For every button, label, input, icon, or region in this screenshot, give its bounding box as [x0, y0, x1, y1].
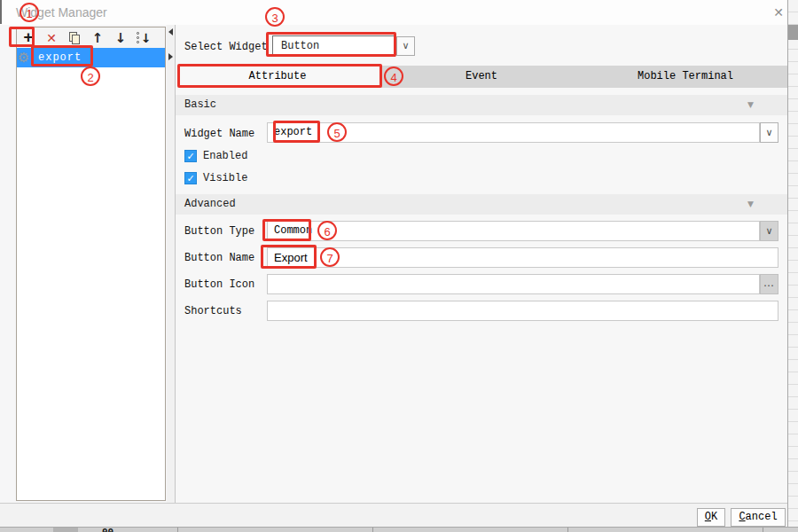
dialog-titlebar: Widget Manager ✕ — [0, 0, 787, 25]
button-type-combobox[interactable]: Common — [267, 221, 760, 241]
checkmark-icon: ✓ — [184, 150, 197, 162]
collapse-left-icon — [168, 28, 173, 35]
widget-name-dropdown-icon[interactable]: ∨ — [760, 122, 778, 143]
widget-name-input[interactable]: export — [267, 122, 760, 143]
enabled-label: Enabled — [203, 150, 247, 162]
plus-icon: + — [23, 29, 33, 47]
move-down-button[interactable]: ↓ — [109, 28, 132, 48]
list-item-export[interactable]: ⚙ export — [17, 48, 165, 67]
close-icon[interactable]: ✕ — [768, 2, 789, 23]
section-advanced-label: Advanced — [184, 198, 236, 210]
copy-icon — [69, 32, 81, 44]
background-row-label: 00 — [102, 527, 113, 532]
tabbar: Attribute Event Mobile Terminal — [176, 66, 787, 88]
button-name-label: Button Name — [184, 252, 254, 264]
collapse-triangle-icon: ▼ — [747, 194, 754, 215]
delete-x-icon: ✕ — [46, 31, 57, 45]
select-widget-combobox[interactable]: Button — [272, 35, 395, 57]
list-item-label: export — [38, 51, 82, 64]
arrow-down-icon: ↓ — [115, 30, 127, 46]
tab-event[interactable]: Event — [379, 66, 583, 88]
button-icon-label: Button Icon — [184, 278, 254, 291]
button-type-label: Button Type — [184, 225, 254, 238]
widget-name-label: Widget Name — [184, 128, 254, 140]
select-widget-dropdown-icon[interactable]: ∨ — [396, 36, 415, 56]
panel-splitter[interactable] — [167, 25, 175, 503]
tab-attribute[interactable]: Attribute — [176, 66, 379, 88]
enabled-checkbox[interactable]: ✓ Enabled — [184, 150, 247, 162]
section-basic[interactable]: Basic ▼ — [176, 95, 787, 115]
background-grid-right — [787, 0, 798, 532]
collapse-right-icon — [168, 53, 173, 60]
properties-panel: Select Widget Button ∨ Attribute Event M… — [175, 25, 787, 503]
button-type-dropdown-icon[interactable]: ∨ — [760, 221, 778, 241]
add-widget-button[interactable]: + — [17, 28, 40, 48]
background-grid-cell — [53, 528, 78, 532]
visible-checkbox[interactable]: ✓ Visible — [184, 172, 247, 184]
copy-widget-button[interactable] — [63, 28, 86, 48]
button-name-input[interactable]: Export — [267, 247, 778, 268]
sort-button[interactable]: ↓ — [132, 28, 155, 48]
section-advanced[interactable]: Advanced ▼ — [176, 194, 787, 215]
section-basic-label: Basic — [184, 98, 216, 111]
gear-icon: ⚙ — [18, 50, 29, 66]
dialog-title: Widget Manager — [16, 5, 107, 20]
background-edge — [0, 0, 2, 24]
move-up-button[interactable]: ↑ — [86, 28, 109, 48]
sort-icon: ↓ — [137, 31, 152, 45]
delete-widget-button[interactable]: ✕ — [40, 28, 63, 48]
collapse-triangle-icon: ▼ — [747, 95, 754, 115]
shortcuts-label: Shortcuts — [184, 305, 242, 317]
arrow-up-icon: ↑ — [92, 30, 104, 46]
list-toolbar: + ✕ ↑ ↓ ↓ — [17, 27, 165, 48]
dialog-footer: OK Cancel — [0, 504, 787, 527]
select-widget-label: Select Widget — [184, 41, 268, 53]
background-grid-cell — [788, 25, 798, 40]
cancel-button[interactable]: Cancel — [731, 508, 786, 527]
checkmark-icon: ✓ — [184, 172, 197, 184]
button-icon-input[interactable] — [267, 274, 760, 294]
background-grid-bottom: 00 — [0, 527, 798, 532]
browse-ellipsis-button[interactable]: … — [760, 274, 778, 294]
tab-mobile-terminal[interactable]: Mobile Terminal — [583, 66, 787, 88]
ok-button[interactable]: OK — [697, 508, 725, 527]
visible-label: Visible — [203, 172, 247, 184]
shortcuts-input[interactable] — [267, 301, 778, 321]
widget-list-panel: + ✕ ↑ ↓ ↓ ⚙ export — [16, 27, 166, 501]
widget-list: ⚙ export — [17, 48, 165, 500]
